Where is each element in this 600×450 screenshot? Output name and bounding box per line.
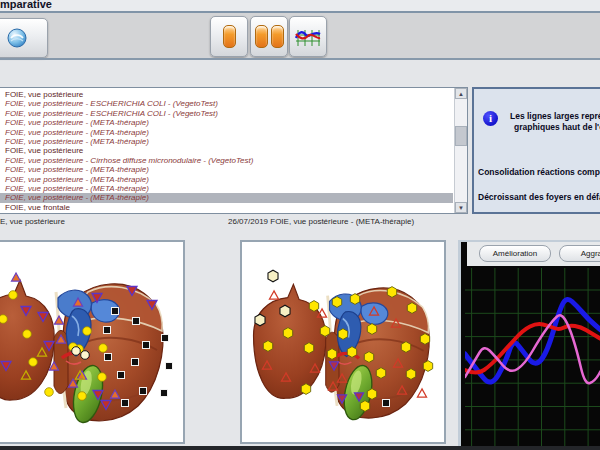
marker-black-square <box>122 400 129 407</box>
record-list[interactable]: FOIE, vue postérieureFOIE, vue postérieu… <box>0 87 468 214</box>
liver-illustration-posterior <box>0 242 183 442</box>
marker-yellow-hexagon <box>367 389 376 400</box>
list-item[interactable]: FOIE, vue postérieure - (META-thérapie) <box>0 128 453 137</box>
marker-yellow-hexagon <box>320 326 329 337</box>
info-line-1: Les lignes larges représe <box>510 111 600 121</box>
marker-black-square <box>162 335 169 342</box>
info-note-2: Décroissant des foyers en défaut p <box>478 192 600 202</box>
marker-black-square <box>104 327 111 334</box>
marker-red-outline-triangle <box>270 291 279 299</box>
list-item[interactable]: FOIE, vue postérieure - (META-thérapie) <box>0 165 453 174</box>
marker-black-square <box>105 354 112 361</box>
marker-yellow-circle <box>99 344 108 353</box>
marker-black-square <box>383 400 390 407</box>
marker-yellow-hexagon <box>301 384 310 395</box>
caption-center: 26/07/2019 FOIE, vue postérieure - (META… <box>228 217 414 226</box>
arrow-down-icon: ▼ <box>458 205 464 211</box>
marker-yellow-hexagon <box>420 334 429 345</box>
scroll-down-button[interactable]: ▼ <box>455 202 467 213</box>
info-note-1: Consolidation réactions compensa <box>478 167 600 177</box>
marker-yellow-circle <box>9 291 18 300</box>
marker-cream-circle <box>81 351 90 360</box>
graph-icon <box>295 26 321 48</box>
marker-yellow-hexagon <box>338 329 347 340</box>
list-item[interactable]: FOIE, vue postérieure - ESCHERICHIA COLI… <box>0 99 453 108</box>
marker-yellow-hexagon <box>406 369 415 380</box>
list-item[interactable]: FOIE, vue postérieure - ESCHERICHIA COLI… <box>0 109 453 118</box>
marker-black-square <box>166 363 173 370</box>
marker-yellow-hexagon <box>347 347 356 358</box>
marker-black-square <box>161 390 168 397</box>
marker-yellow-hexagon <box>423 361 432 372</box>
list-item[interactable]: FOIE, vue postérieure - Cirrhose diffuse… <box>0 156 453 165</box>
marker-yellow-circle <box>0 315 7 324</box>
toolbar-button-graph-view[interactable] <box>289 16 327 57</box>
double-pill-icon <box>255 25 268 48</box>
marker-yellow-hexagon <box>283 328 292 339</box>
caption-left: E, vue postérieure <box>0 217 65 226</box>
list-item[interactable]: FOIE, vue postérieure - (META-thérapie) <box>0 175 453 184</box>
marker-red-outline-triangle <box>418 389 427 397</box>
toolbar-button-single-view[interactable] <box>210 16 248 57</box>
marker-yellow-circle <box>78 392 87 401</box>
list-item[interactable]: FOIE, vue frontale <box>0 203 453 212</box>
window-titlebar: mparative <box>0 0 600 11</box>
double-pill-icon-2 <box>271 25 284 48</box>
scroll-thumb[interactable] <box>455 126 467 146</box>
marker-yellow-hexagon <box>304 343 313 354</box>
info-icon: i <box>483 111 498 126</box>
marker-yellow-hexagon <box>309 301 318 312</box>
page-title: mparative <box>0 0 52 10</box>
marker-black-square <box>132 359 139 366</box>
marker-orange-triangle-purple-outline <box>55 316 64 324</box>
list-item[interactable]: FOIE, vue postérieure - (META-thérapie) <box>0 137 453 146</box>
marker-black-square <box>118 372 125 379</box>
marker-yellow-circle <box>98 373 107 382</box>
dynamics-chart-panel: Amélioration Aggravation <box>458 240 600 447</box>
marker-yellow-hexagon <box>367 324 376 335</box>
marker-black-square <box>140 388 147 395</box>
blue-sphere-icon <box>5 26 29 50</box>
list-item[interactable]: FOIE, vue postérieure - (META-thérapie) <box>0 184 453 193</box>
amelioration-button[interactable]: Amélioration <box>479 245 551 262</box>
liver-image-panel-left[interactable] <box>0 240 185 444</box>
list-item[interactable]: FOIE, vue postérieure - (META-thérapie) <box>0 118 453 127</box>
marker-black-square <box>133 318 140 325</box>
dynamics-chart <box>465 268 600 448</box>
liver-illustration-therapy <box>242 242 444 442</box>
divider-toolbar <box>0 58 600 60</box>
bottom-edge-strip <box>0 446 600 450</box>
liver-image-panel-right[interactable] <box>240 240 446 444</box>
marker-yellow-hexagon <box>332 297 341 308</box>
list-item[interactable]: FOIE, vue postérieure <box>0 90 453 99</box>
scroll-up-button[interactable]: ▲ <box>455 88 467 99</box>
list-item[interactable]: FOIE, vue postérieure <box>0 146 453 155</box>
marker-yellow-hexagon <box>376 368 385 379</box>
marker-yellow-hexagon <box>360 401 369 412</box>
list-item[interactable]: FOIE, vue postérieure - (META-thérapie) <box>0 193 453 202</box>
marker-cream-hexagon <box>280 305 290 317</box>
chart-area <box>465 268 600 450</box>
marker-yellow-circle <box>83 327 92 336</box>
toolbar-button-dual-view[interactable] <box>250 16 288 57</box>
aggravation-button[interactable]: Aggravation <box>559 245 600 262</box>
marker-cream-hexagon <box>255 314 265 326</box>
list-item[interactable]: FOIE, vue frontale - (META-thérapie) <box>0 212 453 213</box>
marker-yellow-hexagon <box>327 349 336 360</box>
marker-yellow-circle <box>29 358 38 367</box>
toolbar-button-left[interactable] <box>0 18 48 58</box>
marker-yellow-hexagon <box>263 341 272 352</box>
marker-yellow-hexagon <box>387 287 396 298</box>
list-scrollbar[interactable]: ▲ ▼ <box>454 88 467 213</box>
marker-yellow-hexagon <box>364 352 373 363</box>
marker-black-square <box>112 308 119 315</box>
marker-yellow-circle <box>23 330 32 339</box>
info-line-2: graphiques haut de l'é <box>514 122 600 132</box>
chart-buttons-strip: Amélioration Aggravation <box>467 242 600 266</box>
marker-orange-triangle-purple-outline <box>12 273 21 281</box>
marker-yellow-hexagon <box>350 294 359 305</box>
marker-yellow-hexagon <box>401 342 410 353</box>
record-list-rows: FOIE, vue postérieureFOIE, vue postérieu… <box>0 90 453 213</box>
info-panel: i Les lignes larges représe graphiques h… <box>472 87 600 214</box>
app-window: { "window": { "title": "mparative" }, "t… <box>0 0 600 450</box>
